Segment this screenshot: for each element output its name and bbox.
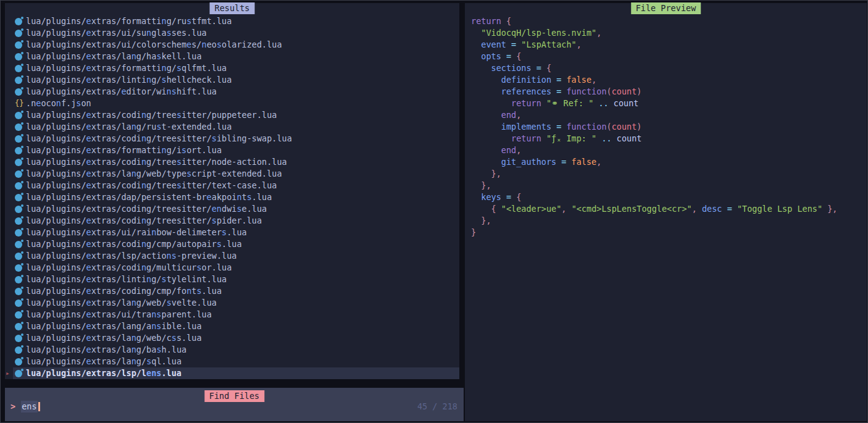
result-item[interactable]: lua/plugins/extras/linting/shellcheck.lu… — [5, 74, 459, 86]
result-item-path: lua/plugins/extras/formatting/isort.lua — [26, 144, 222, 156]
result-item-path: lua/plugins/extras/lang/web/css.lua — [26, 332, 202, 344]
lua-file-icon — [15, 288, 22, 295]
lua-file-icon — [15, 147, 22, 154]
result-item-path: lua/plugins/extras/coding/treesitter/nod… — [26, 156, 287, 168]
code-line: references = function(count) — [471, 86, 867, 98]
lua-file-icon — [15, 182, 22, 190]
result-item-path: lua/plugins/extras/coding/treesitter/sib… — [26, 133, 292, 144]
result-item[interactable]: {}.neoconf.json — [5, 98, 459, 109]
result-item-path: lua/plugins/extras/coding/treesitter/end… — [26, 203, 267, 215]
prompt-line: > ens — [10, 401, 40, 413]
prompt-chevron-icon: > — [10, 401, 15, 413]
lua-file-icon — [15, 170, 22, 178]
result-item[interactable]: lua/plugins/extras/lsp/actions-preview.l… — [5, 250, 459, 262]
result-item[interactable]: lua/plugins/extras/ui/sunglasses.lua — [5, 27, 459, 39]
result-item-path: lua/plugins/extras/lang/web/svelte.lua — [26, 297, 217, 309]
result-item[interactable]: lua/plugins/extras/coding/treesitter/end… — [5, 203, 459, 215]
code-line: git_authors = false, — [471, 156, 867, 168]
result-item[interactable]: lua/plugins/extras/coding/treesitter/nod… — [5, 156, 459, 168]
lua-file-icon — [15, 194, 22, 201]
result-item[interactable]: lua/plugins/extras/lang/web/css.lua — [5, 332, 459, 344]
result-item-path: lua/plugins/extras/lang/web/typescript-e… — [26, 168, 282, 180]
result-item[interactable]: lua/plugins/extras/dap/persistent-breakp… — [5, 191, 459, 203]
fuzzy-finder-window: Results lua/plugins/extras/formatting/ru… — [0, 0, 868, 423]
result-item[interactable]: lua/plugins/extras/coding/treesitter/pup… — [5, 109, 459, 121]
result-item-path: lua/plugins/extras/coding/multicursor.lu… — [26, 262, 232, 274]
result-item[interactable]: ▸lua/plugins/extras/lsp/lens.lua — [5, 367, 459, 379]
result-item[interactable]: lua/plugins/extras/lang/rust-extended.lu… — [5, 121, 459, 133]
code-line: { "<leader>ue", "<cmd>LspLensToggle<cr>"… — [471, 203, 867, 215]
code-line: event = "LspAttach", — [471, 39, 867, 51]
preview-code: return { "VidocqH/lsp-lens.nvim", event … — [465, 3, 867, 238]
result-item[interactable]: lua/plugins/extras/ui/transparent.lua — [5, 309, 459, 320]
code-line: "VidocqH/lsp-lens.nvim", — [471, 27, 867, 39]
lua-file-icon — [15, 135, 22, 143]
result-item-path: lua/plugins/extras/linting/stylelint.lua — [26, 274, 227, 285]
results-panel: Results lua/plugins/extras/formatting/ru… — [5, 3, 459, 379]
result-item-path: lua/plugins/extras/coding/treesitter/tex… — [26, 180, 277, 191]
lua-file-icon — [15, 346, 22, 354]
result-item[interactable]: lua/plugins/extras/coding/treesitter/spi… — [5, 215, 459, 227]
result-item-path: lua/plugins/extras/lang/bash.lua — [26, 344, 186, 356]
lua-file-icon — [15, 65, 22, 72]
code-line: }, — [471, 168, 867, 180]
result-item[interactable]: lua/plugins/extras/formatting/rustfmt.lu… — [5, 15, 459, 27]
result-item[interactable]: lua/plugins/extras/lang/ansible.lua — [5, 320, 459, 332]
result-item[interactable]: lua/plugins/extras/lang/web/typescript-e… — [5, 168, 459, 180]
result-item-path: lua/plugins/extras/ui/transparent.lua — [26, 309, 212, 320]
lua-file-icon — [15, 253, 22, 260]
lua-file-icon — [15, 18, 22, 25]
code-line: return "ƒₓ Imp: " .. count — [471, 133, 867, 144]
preview-panel: File Preview return { "VidocqH/lsp-lens.… — [465, 3, 867, 421]
result-item-path: lua/plugins/extras/lang/haskell.lua — [26, 51, 202, 62]
lua-file-icon — [15, 299, 22, 307]
result-item-path: lua/plugins/extras/lang/rust-extended.lu… — [26, 121, 232, 133]
result-item-path: lua/plugins/extras/formatting/sqlfmt.lua — [26, 62, 227, 74]
lua-file-icon — [15, 323, 22, 330]
result-item-path: lua/plugins/extras/formatting/rustfmt.lu… — [26, 15, 232, 27]
result-item-path: lua/plugins/extras/coding/cmp/autopairs.… — [26, 238, 242, 250]
result-item-path: lua/plugins/extras/ui/sunglasses.lua — [26, 27, 207, 39]
result-item[interactable]: lua/plugins/extras/editor/winshift.lua — [5, 86, 459, 98]
result-item[interactable]: lua/plugins/extras/lang/sql.lua — [5, 356, 459, 367]
code-line: opts = { — [471, 51, 867, 62]
result-item[interactable]: lua/plugins/extras/coding/multicursor.lu… — [5, 262, 459, 274]
result-item[interactable]: lua/plugins/extras/lang/haskell.lua — [5, 51, 459, 62]
result-item-path: lua/plugins/extras/lsp/actions-preview.l… — [26, 250, 236, 262]
result-item[interactable]: lua/plugins/extras/coding/treesitter/sib… — [5, 133, 459, 144]
result-item-path: lua/plugins/extras/lang/ansible.lua — [26, 320, 202, 332]
code-line: keys = { — [471, 191, 867, 203]
result-item-path: lua/plugins/extras/dap/persistent-breakp… — [26, 191, 272, 203]
code-line: end, — [471, 144, 867, 156]
lua-file-icon — [15, 88, 22, 96]
result-item-path: lua/plugins/extras/lang/sql.lua — [26, 356, 182, 367]
result-item[interactable]: lua/plugins/extras/coding/treesitter/tex… — [5, 180, 459, 191]
code-line: }, — [471, 180, 867, 191]
lua-file-icon — [15, 124, 22, 131]
code-line: definition = false, — [471, 74, 867, 86]
json-file-icon: {} — [15, 98, 22, 109]
lua-file-icon — [15, 276, 22, 283]
lua-file-icon — [15, 241, 22, 248]
result-item-path: .neoconf.json — [26, 98, 91, 109]
result-item[interactable]: lua/plugins/extras/coding/cmp/autopairs.… — [5, 238, 459, 250]
result-item[interactable]: lua/plugins/extras/linting/stylelint.lua — [5, 274, 459, 285]
result-item-path: lua/plugins/extras/coding/treesitter/pup… — [26, 109, 277, 121]
result-item-path: lua/plugins/extras/ui/colorschemes/neoso… — [26, 39, 282, 51]
lua-file-icon — [15, 41, 22, 49]
result-item[interactable]: lua/plugins/extras/ui/colorschemes/neoso… — [5, 39, 459, 51]
prompt-input[interactable]: ens — [21, 401, 37, 413]
result-item-path: lua/plugins/extras/editor/winshift.lua — [26, 86, 217, 98]
result-item[interactable]: lua/plugins/extras/ui/rainbow-delimeters… — [5, 227, 459, 238]
code-line: sections = { — [471, 62, 867, 74]
result-item[interactable]: lua/plugins/extras/formatting/isort.lua — [5, 144, 459, 156]
prompt-panel: Find Files > ens 45 / 218 — [5, 388, 464, 421]
prompt-cursor — [38, 402, 40, 411]
result-item[interactable]: lua/plugins/extras/lang/web/svelte.lua — [5, 297, 459, 309]
result-item[interactable]: lua/plugins/extras/lang/bash.lua — [5, 344, 459, 356]
result-item[interactable]: lua/plugins/extras/formatting/sqlfmt.lua — [5, 62, 459, 74]
lua-file-icon — [15, 311, 22, 319]
lua-file-icon — [15, 112, 22, 119]
results-title-badge: Results — [210, 2, 255, 14]
result-item[interactable]: lua/plugins/extras/coding/cmp/fonts.lua — [5, 285, 459, 297]
